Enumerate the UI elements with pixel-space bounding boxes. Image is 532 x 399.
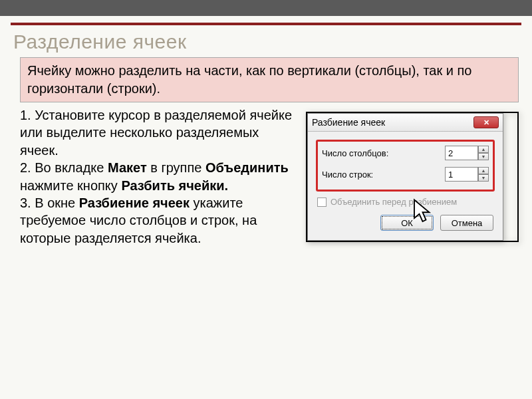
columns-field: Число столбцов: ▲ ▼ — [322, 146, 489, 160]
intro-box: Ячейку можно разделить на части, как по … — [20, 57, 519, 102]
columns-label: Число столбцов: — [322, 148, 441, 158]
cancel-button[interactable]: Отмена — [440, 215, 493, 231]
ok-button[interactable]: ОК — [380, 215, 434, 231]
merge-checkbox[interactable] — [317, 198, 327, 207]
dialog-title: Разбиение ячеек — [312, 117, 385, 128]
intro-text: Ячейку можно разделить на части, как по … — [27, 63, 471, 96]
merge-checkbox-row[interactable]: Объединить перед разбиением — [317, 197, 495, 207]
fields-highlight: Число столбцов: ▲ ▼ Число строк: — [316, 140, 495, 192]
step-2: 2. Во вкладке Макет в группе Объединить … — [20, 159, 299, 194]
rows-up-icon[interactable]: ▲ — [478, 167, 489, 174]
dialog-titlebar: Разбиение ячеек ✕ — [308, 114, 503, 132]
rows-input[interactable] — [445, 167, 478, 182]
step-3: 3. В окне Разбиение ячеек укажите требуе… — [20, 194, 299, 247]
steps-text: 1. Установите курсор в разделяемой ячейк… — [20, 106, 299, 247]
merge-label: Объединить перед разбиением — [331, 197, 457, 207]
close-button[interactable]: ✕ — [473, 116, 499, 128]
window-topbar — [0, 0, 532, 16]
slide-title: Разделение ячеек — [13, 31, 519, 53]
rows-field: Число строк: ▲ ▼ — [322, 167, 489, 182]
columns-up-icon[interactable]: ▲ — [478, 146, 489, 153]
columns-down-icon[interactable]: ▼ — [478, 153, 489, 160]
rows-label: Число строк: — [322, 170, 441, 180]
columns-input[interactable] — [445, 146, 478, 160]
rows-down-icon[interactable]: ▼ — [478, 174, 489, 182]
step-1: 1. Установите курсор в разделяемой ячейк… — [20, 106, 299, 159]
close-icon: ✕ — [483, 118, 489, 127]
title-underline — [11, 19, 521, 25]
split-cells-dialog: Разбиение ячеек ✕ Число столбцов: ▲ ▼ — [307, 113, 503, 241]
